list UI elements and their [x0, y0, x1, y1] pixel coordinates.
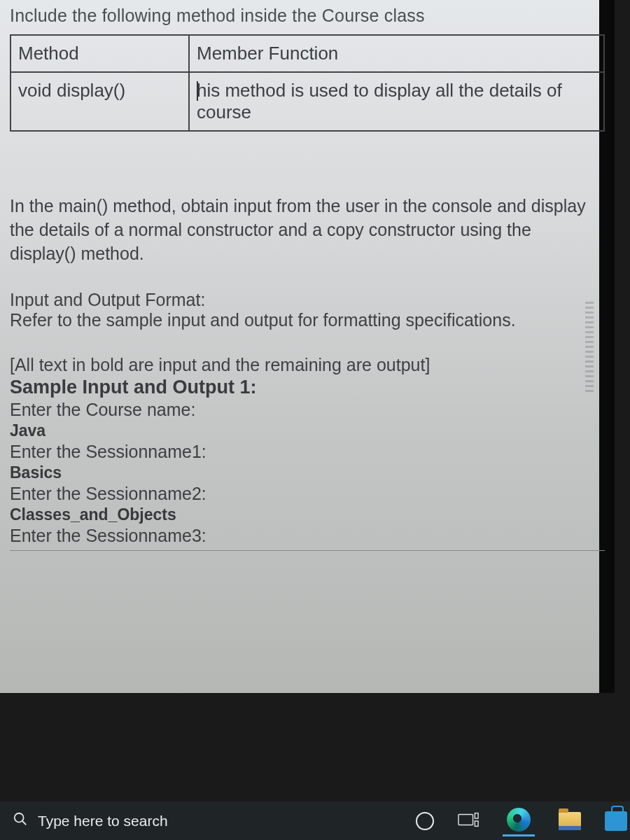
table-header-function: Member Function	[189, 35, 604, 72]
main-method-paragraph: In the main() method, obtain input from …	[10, 195, 589, 265]
input-session2: Classes_and_Objects	[10, 505, 589, 524]
prompt-session2: Enter the Sessionname2:	[10, 484, 589, 504]
io-format-heading: Input and Output Format:	[10, 290, 589, 310]
input-course: Java	[10, 421, 589, 440]
search-icon	[13, 811, 28, 830]
taskbar-icons	[416, 805, 630, 836]
prompt-course: Enter the Course name:	[10, 400, 589, 420]
io-format-text: Refer to the sample input and output for…	[10, 310, 589, 330]
instruction-heading: Include the following method inside the …	[10, 6, 589, 26]
document-viewport: Include the following method inside the …	[0, 0, 615, 693]
task-view-icon[interactable]	[458, 811, 479, 831]
table-row: void display() his method is used to dis…	[10, 72, 604, 131]
edge-taskbar-button[interactable]	[503, 805, 535, 836]
format-note: [All text in bold are input and the rema…	[10, 355, 589, 375]
cortana-icon[interactable]	[416, 812, 434, 830]
search-placeholder: Type here to search	[38, 813, 168, 830]
file-explorer-icon[interactable]	[559, 812, 581, 830]
table-header-row: Method Member Function	[10, 35, 604, 72]
sample-heading: Sample Input and Output 1:	[10, 377, 589, 398]
svg-rect-3	[475, 813, 478, 818]
table-header-method: Method	[10, 35, 189, 72]
taskbar-search[interactable]: Type here to search	[13, 811, 168, 830]
cell-text-line2: course	[197, 102, 251, 122]
table-cell-description: his method is used to display all the de…	[189, 72, 604, 131]
prompt-session1: Enter the Sessionname1:	[10, 442, 589, 462]
scrollbar-thumb[interactable]	[585, 301, 594, 392]
windows-taskbar[interactable]: Type here to search	[0, 802, 630, 840]
cell-text-line1: his method is used to display all the de…	[197, 80, 562, 101]
svg-point-0	[15, 813, 24, 822]
horizontal-divider	[10, 550, 605, 551]
edge-icon	[507, 808, 531, 832]
table-cell-method: void display()	[10, 72, 189, 131]
svg-rect-2	[458, 814, 473, 825]
prompt-session3: Enter the Sessionname3:	[10, 526, 589, 546]
input-session1: Basics	[10, 463, 589, 482]
svg-line-1	[22, 821, 27, 825]
store-icon[interactable]	[605, 811, 627, 831]
svg-rect-4	[475, 820, 478, 826]
content-section: In the main() method, obtain input from …	[10, 195, 589, 546]
method-table: Method Member Function void display() hi…	[10, 34, 605, 132]
